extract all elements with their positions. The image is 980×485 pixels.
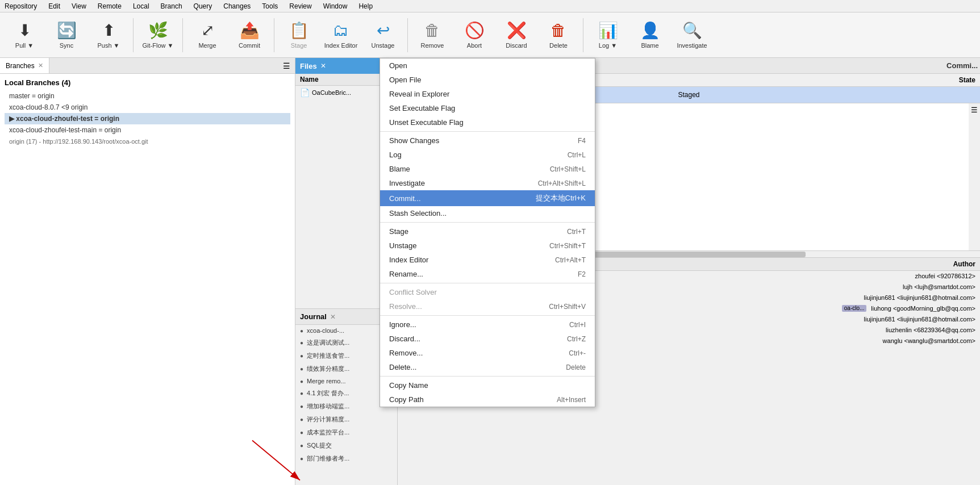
toolbar: ⬇ Pull ▼ 🔄 Sync ⬆ Push ▼ 🌿 Git-Flow ▼ ⤢ … [0,12,980,58]
menu-remote[interactable]: Remote [95,1,124,11]
discard-button[interactable]: ❌ Discard [497,15,536,55]
ctx-commit[interactable]: Commit... 提交本地Ctrl+K [380,190,595,206]
sync-label: Sync [60,42,73,49]
ctx-set-exec-label: Set Executable Flag [389,104,455,112]
origin-info: origin (17) - http://192.168.90.143/root… [5,136,290,147]
commit-button[interactable]: 📤 Commit [230,15,269,55]
ctx-conflict-solver-header: Conflict Solver [380,285,595,299]
files-tab-close[interactable]: ✕ [320,62,326,70]
abort-label: Abort [467,42,482,49]
ctx-unstage-label: Unstage [389,241,416,250]
ctx-delete[interactable]: Delete... Delete [380,360,595,374]
journal-text-8: 评分计算精度... [307,415,349,424]
tab-branches[interactable]: Branches ✕ [0,58,49,73]
ctx-copy-path[interactable]: Copy Path Alt+Insert [380,392,595,407]
abort-button[interactable]: 🚫 Abort [454,15,494,55]
ctx-index-editor[interactable]: Index Editor Ctrl+Alt+T [380,253,595,267]
delete-icon: 🗑 [551,21,566,40]
ctx-stash[interactable]: Stash Selection... [380,206,595,220]
ctx-set-exec[interactable]: Set Executable Flag [380,101,595,115]
journal-text-4: 绩效算分精度... [307,365,349,373]
hamburger-menu[interactable]: ☰ [278,59,295,73]
log-button[interactable]: 📊 Log ▼ [588,15,628,55]
menu-view[interactable]: View [69,1,89,11]
ctx-unset-exec[interactable]: Unset Executable Flag [380,115,595,129]
context-menu: Open Open File Reveal in Explorer Set Ex… [380,58,595,407]
ctx-stage[interactable]: Stage Ctrl+T [380,224,595,239]
remove-button[interactable]: 🗑 Remove [412,15,452,55]
branches-content: Local Branches (4) master = origin xcoa-… [0,74,295,485]
annotation-arrow [244,428,324,485]
journal-item-8[interactable]: ● 评分计算精度... [295,413,397,426]
branch-xcoa-8[interactable]: xcoa-cloud-8.0.7 <9 origin [5,102,290,113]
gitflow-button[interactable]: 🌿 Git-Flow ▼ [138,15,178,55]
pull-button[interactable]: ⬇ Pull ▼ [5,15,44,55]
sync-button[interactable]: 🔄 Sync [47,15,86,55]
menu-changes[interactable]: Changes [221,1,253,11]
journal-text-7: 增加移动端监... [307,402,349,411]
ctx-blame[interactable]: Blame Ctrl+Shift+L [380,162,595,176]
branch-zhoufei-test[interactable]: ▶ xcoa-cloud-zhoufei-test = origin [5,113,290,124]
merge-icon: ⤢ [201,21,214,40]
remove-icon: 🗑 [424,21,440,40]
ctx-open[interactable]: Open [380,58,595,73]
stage-button[interactable]: 📋 Stage [279,15,319,55]
ctx-unstage-shortcut: Ctrl+Shift+T [549,242,586,250]
push-button[interactable]: ⬆ Push ▼ [89,15,128,55]
ctx-commit-shortcut: 提交本地Ctrl+K [536,193,586,203]
menu-review[interactable]: Review [287,1,314,11]
investigate-button[interactable]: 🔍 Investigate [672,15,712,55]
ctx-delete-shortcut: Delete [566,363,586,371]
ctx-rename-shortcut: F2 [578,270,586,278]
ctx-show-changes[interactable]: Show Changes F4 [380,133,595,148]
index-editor-button[interactable]: 🗂 Index Editor [321,15,361,55]
blame-label: Blame [641,42,658,49]
branch-master[interactable]: master = origin [5,90,290,102]
branch-zhoufei-test-main[interactable]: xcoa-cloud-zhoufei-test-main = origin [5,124,290,136]
menu-local[interactable]: Local [131,1,152,11]
menu-repository[interactable]: Repository [2,1,39,11]
ctx-sep1 [380,131,595,132]
commit-msg-hamburger[interactable]: ☰ [969,103,980,250]
menu-query[interactable]: Query [191,1,215,11]
h-scrollbar-thumb[interactable] [573,252,806,257]
ctx-discard[interactable]: Discard... Ctrl+Z [380,332,595,346]
ctx-investigate[interactable]: Investigate Ctrl+Alt+Shift+L [380,176,595,190]
ctx-copy-name[interactable]: Copy Name [380,378,595,392]
file-name: OaCubeBric... [312,89,351,96]
files-tab-label: Files [300,62,317,70]
bullet-icon: ● [300,353,303,359]
ctx-rename[interactable]: Rename... F2 [380,267,595,281]
ctx-remove[interactable]: Remove... Ctrl+- [380,346,595,360]
sep5 [583,18,583,52]
blame-icon: 👤 [640,21,660,40]
ctx-reveal-explorer[interactable]: Reveal in Explorer [380,87,595,101]
unstage-button[interactable]: ↩ Unstage [363,15,403,55]
log-label: Log ▼ [599,42,617,49]
journal-tab-close[interactable]: ✕ [330,313,336,321]
blame-button[interactable]: 👤 Blame [630,15,670,55]
delete-button[interactable]: 🗑 Delete [539,15,578,55]
merge-button[interactable]: ⤢ Merge [187,15,227,55]
ctx-resolve-label: Resolve... [389,302,422,311]
ctx-index-editor-shortcut: Ctrl+Alt+T [555,256,586,264]
ctx-unstage[interactable]: Unstage Ctrl+Shift+T [380,239,595,253]
discard-label: Discard [506,42,527,49]
branches-tab-close[interactable]: ✕ [38,62,43,69]
ctx-log[interactable]: Log Ctrl+L [380,148,595,162]
abort-icon: 🚫 [465,21,485,40]
ctx-open-file[interactable]: Open File [380,73,595,87]
ctx-ignore[interactable]: Ignore... Ctrl+I [380,317,595,332]
menu-window[interactable]: Window [321,1,350,11]
stage-icon: 📋 [289,21,309,40]
menu-edit[interactable]: Edit [46,1,62,11]
menu-tools[interactable]: Tools [260,1,280,11]
menu-branch[interactable]: Branch [159,1,185,11]
menu-help[interactable]: Help [356,1,375,11]
journal-text-2: 这是调试测试... [307,338,349,347]
bullet-icon: ● [300,340,303,346]
ctx-copy-path-label: Copy Path [389,395,424,404]
ctx-blame-shortcut: Ctrl+Shift+L [550,165,586,173]
ctx-sep3 [380,283,595,283]
log-author-name-4: liuhong <goodMorning_glb@qq.com> [871,305,975,312]
